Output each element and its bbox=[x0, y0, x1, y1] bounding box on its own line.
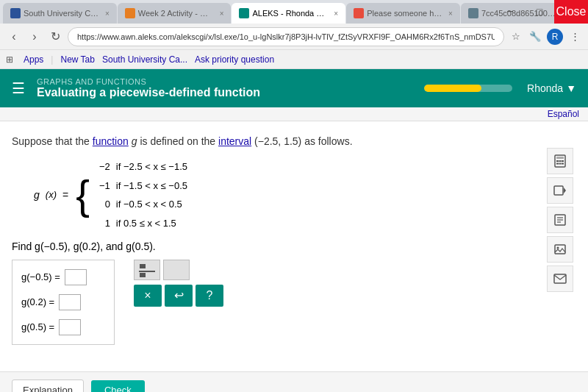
bottom-bar: Explanation Check bbox=[0, 371, 588, 392]
favicon-num bbox=[468, 8, 478, 18]
svg-rect-4 bbox=[556, 157, 564, 159]
case-condition-0: if −2.5 < x ≤ −1.5 bbox=[116, 158, 187, 175]
bookmark-south[interactable]: South University Ca... bbox=[102, 54, 187, 65]
answer-row-1: g(0.2) = bbox=[21, 294, 105, 310]
minimize-button[interactable]: − bbox=[495, 0, 525, 24]
check-button[interactable]: Check bbox=[91, 380, 145, 392]
keypad-back-icon: ↩ bbox=[174, 288, 184, 302]
explanation-button[interactable]: Explanation bbox=[12, 379, 84, 392]
sidebar-tool-image[interactable] bbox=[547, 236, 573, 263]
favicon-please bbox=[354, 8, 364, 18]
tab-week2-label: Week 2 Activity - MAT1... bbox=[138, 9, 214, 18]
answer-input-0[interactable] bbox=[65, 269, 87, 285]
sidebar-tool-video[interactable] bbox=[547, 177, 573, 204]
tab-please[interactable]: Please someone help m... × bbox=[346, 3, 460, 24]
textbook-icon bbox=[553, 213, 567, 227]
answer-input-1[interactable] bbox=[59, 294, 81, 310]
sidebar-tool-mail[interactable] bbox=[547, 266, 573, 292]
case-value-1: −1 bbox=[96, 177, 110, 194]
svg-rect-11 bbox=[554, 186, 563, 195]
case-condition-2: if −0.5 < x < 0.5 bbox=[116, 196, 182, 213]
answer-row-2: g(0.5) = bbox=[21, 319, 105, 335]
svg-marker-12 bbox=[564, 188, 566, 193]
svg-rect-19 bbox=[554, 274, 566, 283]
answer-label-0: g(−0.5) = bbox=[21, 271, 60, 282]
keypad-back-button[interactable]: ↩ bbox=[165, 285, 193, 307]
extensions-icon[interactable]: 🔧 bbox=[528, 29, 542, 44]
tab-aleks-label: ALEKS - Rhonda Rose -... bbox=[252, 9, 328, 18]
case-row-2: 0 if −0.5 < x < 0.5 bbox=[96, 196, 187, 213]
user-name: Rhonda bbox=[527, 82, 563, 94]
svg-rect-6 bbox=[559, 160, 562, 162]
keypad-symbol-blank[interactable] bbox=[163, 260, 190, 280]
answer-label-2: g(0.5) = bbox=[21, 321, 54, 332]
brace-left: { bbox=[76, 177, 90, 213]
gx-label: g bbox=[34, 186, 40, 204]
answer-row-0: g(−0.5) = bbox=[21, 269, 105, 285]
keypad-symbol-fraction[interactable] bbox=[134, 260, 160, 280]
menu-icon[interactable]: ⋮ bbox=[567, 29, 582, 44]
close-button[interactable]: Close bbox=[554, 0, 588, 24]
sidebar-tool-calculator[interactable] bbox=[547, 148, 573, 174]
answer-label-1: g(0.2) = bbox=[21, 296, 54, 307]
svg-rect-8 bbox=[556, 163, 559, 165]
tab-aleks-close[interactable]: × bbox=[334, 10, 338, 18]
svg-rect-17 bbox=[555, 245, 565, 254]
espanol-link[interactable]: Español bbox=[548, 109, 579, 119]
bookmark-newtab[interactable]: New Tab bbox=[60, 54, 94, 65]
cases-list: −2 if −2.5 < x ≤ −1.5 −1 if −1.5 < x ≤ −… bbox=[96, 158, 187, 232]
interval-link[interactable]: interval bbox=[218, 135, 251, 147]
svg-point-18 bbox=[557, 247, 559, 249]
progress-bar-bg bbox=[424, 85, 512, 92]
tab-please-close[interactable]: × bbox=[448, 10, 453, 18]
refresh-button[interactable]: ↻ bbox=[47, 29, 63, 45]
forward-button[interactable]: › bbox=[26, 29, 43, 45]
profile-icon[interactable]: R bbox=[547, 29, 563, 45]
function-link[interactable]: function bbox=[93, 135, 129, 147]
case-value-0: −2 bbox=[96, 158, 110, 175]
star-icon[interactable]: ☆ bbox=[509, 29, 523, 44]
app-header: ☰ GRAPHS AND FUNCTIONS Evaluating a piec… bbox=[0, 69, 588, 107]
case-value-2: 0 bbox=[96, 196, 110, 213]
user-menu[interactable]: Rhonda ▼ bbox=[527, 82, 576, 94]
keypad-clear-button[interactable]: × bbox=[134, 285, 162, 307]
case-row-3: 1 if 0.5 ≤ x < 1.5 bbox=[96, 215, 187, 232]
piecewise-formula: g (x) = { −2 if −2.5 < x ≤ −1.5 −1 if −1… bbox=[34, 158, 547, 232]
tab-please-label: Please someone help m... bbox=[367, 9, 442, 18]
keypad-help-icon: ? bbox=[207, 289, 213, 302]
tab-week2[interactable]: Week 2 Activity - MAT1... × bbox=[118, 3, 232, 24]
svg-rect-10 bbox=[562, 163, 564, 165]
sidebar-tool-textbook[interactable] bbox=[547, 207, 573, 233]
tab-south[interactable]: South University Campu... × bbox=[3, 3, 117, 24]
maximize-button[interactable]: □ bbox=[525, 0, 554, 24]
svg-rect-2 bbox=[140, 273, 146, 277]
back-button[interactable]: ‹ bbox=[6, 29, 22, 45]
keypad-help-button[interactable]: ? bbox=[196, 285, 223, 307]
tab-south-close[interactable]: × bbox=[105, 10, 110, 18]
image-icon bbox=[553, 243, 567, 256]
case-row-0: −2 if −2.5 < x ≤ −1.5 bbox=[96, 158, 187, 175]
tab-aleks[interactable]: ALEKS - Rhonda Rose -... × bbox=[232, 3, 345, 24]
find-text: Find g(−0.5), g(0.2), and g(0.5). bbox=[12, 240, 547, 252]
case-row-1: −1 if −1.5 < x ≤ −0.5 bbox=[96, 177, 187, 194]
answer-input-2[interactable] bbox=[59, 319, 81, 335]
favicon-aleks bbox=[239, 8, 249, 18]
problem-text: Suppose that the function g is defined o… bbox=[12, 133, 547, 149]
hamburger-menu[interactable]: ☰ bbox=[12, 79, 25, 97]
video-icon bbox=[553, 185, 567, 196]
case-condition-3: if 0.5 ≤ x < 1.5 bbox=[116, 215, 176, 232]
url-bar[interactable] bbox=[68, 27, 504, 46]
bookmark-ask[interactable]: Ask priority question bbox=[195, 54, 274, 65]
tab-week2-close[interactable]: × bbox=[220, 10, 224, 18]
case-value-3: 1 bbox=[96, 215, 110, 232]
tab-south-label: South University Campu... bbox=[24, 9, 99, 18]
svg-rect-5 bbox=[556, 160, 559, 162]
svg-rect-7 bbox=[562, 160, 564, 162]
answer-grid: g(−0.5) = g(0.2) = g(0.5) = bbox=[12, 260, 115, 345]
svg-rect-0 bbox=[140, 264, 146, 268]
bookmark-apps[interactable]: Apps bbox=[24, 54, 43, 65]
keypad: × ↩ ? bbox=[134, 260, 223, 307]
mail-icon bbox=[553, 274, 567, 284]
calculator-icon bbox=[553, 154, 567, 168]
svg-rect-9 bbox=[559, 163, 562, 165]
